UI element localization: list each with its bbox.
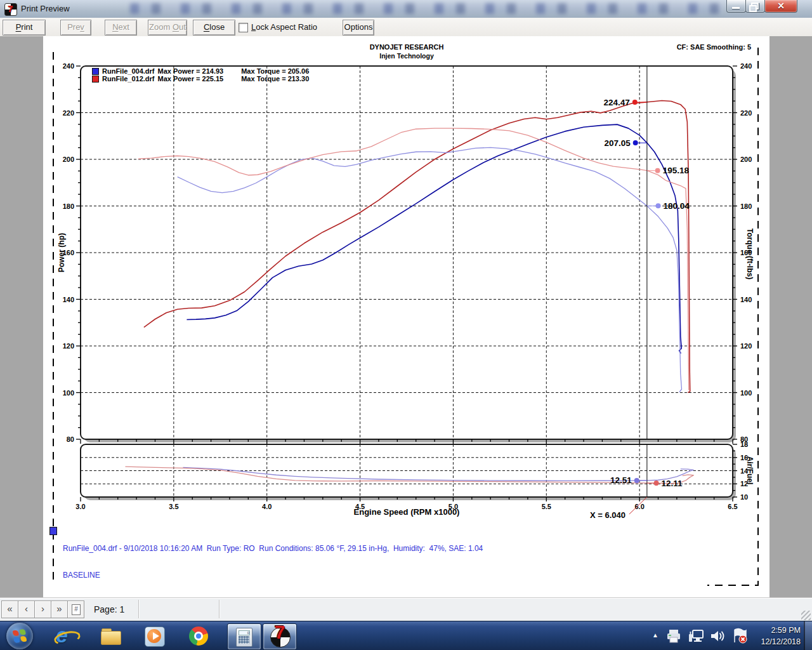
printer-icon[interactable] [665, 628, 682, 644]
prev-button: Prev [60, 20, 91, 36]
svg-text:100: 100 [63, 389, 74, 397]
legend-swatch-red [92, 76, 99, 83]
run-swatch-blue [49, 527, 57, 535]
last-page-button[interactable]: » [51, 600, 68, 618]
next-button: Next [105, 20, 137, 36]
report-page: 8080100100120120140140160160180180200200… [43, 36, 769, 597]
svg-text:207.05: 207.05 [604, 138, 631, 148]
resize-grip[interactable] [801, 611, 811, 620]
prev-page-button[interactable]: ‹ [18, 600, 35, 618]
svg-text:200: 200 [740, 156, 752, 163]
action-center-icon[interactable] [731, 628, 749, 644]
x-axis-label: Engine Speed (RPM x1000) [354, 507, 460, 517]
start-button[interactable] [6, 623, 33, 649]
windows-explorer-icon[interactable] [100, 625, 122, 647]
svg-text:140: 140 [740, 296, 752, 303]
first-page-button[interactable]: « [1, 600, 18, 618]
svg-text:240: 240 [740, 62, 752, 70]
chrome-icon[interactable] [188, 625, 209, 647]
taskbar: e 0 7 ▲ [0, 621, 812, 650]
page-setup-button[interactable]: # [67, 600, 84, 618]
cursor-x-readout: X = 6.040 [590, 510, 625, 520]
svg-text:120: 120 [740, 342, 752, 350]
print-button[interactable]: Print [3, 20, 46, 36]
page-number-label: Page: 1 [94, 604, 124, 614]
report-subtitle: Injen Technology [311, 52, 502, 60]
svg-text:5.5: 5.5 [542, 503, 551, 510]
winpep-taskbar-button[interactable]: 7 [263, 623, 297, 650]
svg-text:6.5: 6.5 [728, 503, 737, 510]
svg-text:220: 220 [63, 109, 74, 117]
svg-text:240: 240 [63, 62, 74, 70]
close-preview-button[interactable]: Close [193, 20, 235, 36]
window-title: Print Preview [21, 4, 70, 13]
svg-text:120: 120 [63, 342, 74, 350]
legend-row-evo2200: RunFile_012.drf Max Power = 225.15 Max T… [92, 75, 309, 83]
calculator-taskbar-button[interactable]: 0 [227, 623, 261, 650]
preview-area: 8080100100120120140140160160180180200200… [0, 36, 812, 597]
volume-icon[interactable] [709, 628, 727, 644]
restore-button[interactable] [745, 0, 765, 13]
restore-icon [751, 3, 759, 10]
chart-legend: RunFile_004.drf Max Power = 214.93 Max T… [92, 67, 309, 83]
calculator-icon: 0 [236, 628, 252, 647]
page-setup-icon: # [72, 604, 81, 615]
next-page-button[interactable]: › [34, 600, 51, 618]
svg-text:18: 18 [740, 441, 748, 448]
svg-text:3.0: 3.0 [75, 503, 85, 510]
clock-time: 2:59 PM [761, 625, 801, 636]
lock-aspect-ratio-checkbox[interactable] [239, 23, 248, 32]
svg-text:180: 180 [63, 202, 74, 210]
hidden-icons-arrow[interactable]: ▲ [652, 632, 658, 639]
svg-text:180.04: 180.04 [664, 201, 690, 211]
svg-text:80: 80 [67, 435, 74, 443]
print-preview-window: 7 Print Preview ✕ Print Prev Next Zoom O… [0, 0, 812, 650]
svg-text:224.47: 224.47 [604, 98, 630, 107]
torque-axis-label: Torque (ft-lbs) [745, 229, 754, 279]
clock-date: 12/12/2018 [761, 636, 801, 647]
svg-text:12.51: 12.51 [610, 475, 632, 485]
airfuel-axis-label: Air/Fuel [745, 456, 754, 485]
close-window-button[interactable]: ✕ [764, 0, 797, 13]
internet-explorer-icon[interactable]: e [55, 625, 76, 647]
redacted-file-path [130, 3, 723, 14]
svg-text:195.18: 195.18 [663, 166, 690, 175]
taskbar-clock[interactable]: 2:59 PM 12/12/2018 [761, 625, 801, 647]
close-icon: ✕ [765, 1, 797, 11]
options-button[interactable]: Options [343, 20, 374, 36]
svg-text:200: 200 [63, 156, 74, 163]
correction-info: CF: SAE Smoothing: 5 [624, 43, 751, 51]
minimize-button[interactable] [726, 0, 746, 13]
report-company: DYNOJET RESEARCH [311, 43, 502, 51]
media-player-icon[interactable] [143, 625, 165, 647]
svg-text:140: 140 [63, 296, 74, 303]
legend-row-baseline: RunFile_004.drf Max Power = 214.93 Max T… [92, 67, 309, 75]
minimize-icon [732, 7, 740, 9]
svg-text:10: 10 [740, 493, 748, 501]
svg-text:3.5: 3.5 [169, 503, 178, 510]
windows-flag-icon [13, 629, 27, 644]
svg-text:12.11: 12.11 [662, 479, 683, 488]
zoom-out-button: Zoom Out [148, 20, 187, 36]
statusbar: « ‹ › » # Page: 1 [0, 597, 812, 621]
titlebar: 7 Print Preview ✕ [0, 0, 812, 18]
svg-text:100: 100 [740, 389, 752, 397]
legend-swatch-blue [92, 68, 99, 75]
lock-aspect-ratio-label: Lock Aspect Ratio [251, 22, 317, 32]
power-axis-label: Power (hp) [57, 233, 66, 272]
svg-text:4.0: 4.0 [262, 503, 272, 510]
app-icon: 7 [4, 3, 17, 16]
toolbar: Print Prev Next Zoom Out Close Lock Aspe… [0, 18, 812, 37]
svg-text:180: 180 [740, 202, 752, 210]
show-desktop-button[interactable] [804, 621, 812, 650]
network-icon[interactable] [688, 628, 705, 644]
svg-text:220: 220 [740, 109, 752, 117]
